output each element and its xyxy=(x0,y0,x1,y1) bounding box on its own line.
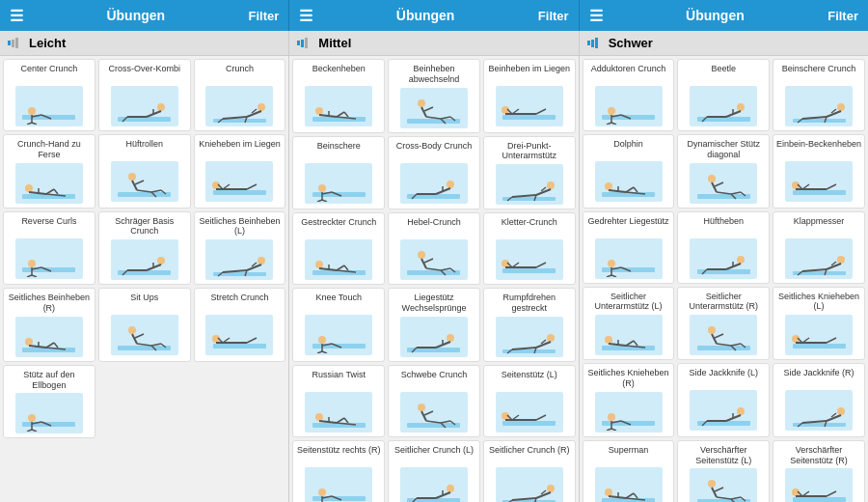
exercise-card[interactable]: Seitlicher Unterarmstütz (L) xyxy=(583,287,675,361)
exercise-card[interactable]: Beinheben im Liegen xyxy=(483,59,576,133)
exercise-card[interactable]: Hüftheben xyxy=(677,211,770,284)
exercise-card[interactable]: Seitliches Knieheben (R) xyxy=(583,363,675,437)
exercise-card[interactable]: Kletter-Crunch xyxy=(483,212,576,285)
exercise-image xyxy=(690,86,757,126)
exercise-card[interactable]: Stretch Crunch xyxy=(194,288,286,362)
exercise-image xyxy=(15,86,83,126)
exercise-name: Schwebe Crunch xyxy=(401,370,468,389)
exercise-card[interactable]: Schwebe Crunch xyxy=(388,365,480,437)
exercise-name: Beinheben im Liegen xyxy=(488,64,570,83)
svg-line-275 xyxy=(609,344,626,346)
exercise-card[interactable]: Knee Touch xyxy=(292,288,385,362)
svg-line-65 xyxy=(46,343,54,348)
svg-point-308 xyxy=(837,407,845,415)
svg-line-218 xyxy=(611,123,616,125)
exercise-card[interactable]: Knieheben im Liegen xyxy=(194,134,286,209)
svg-point-179 xyxy=(418,404,425,411)
exercise-card[interactable]: Side Jackknife (R) xyxy=(773,363,865,437)
exercise-card[interactable]: Cross-Body Crunch xyxy=(388,136,480,210)
exercise-card[interactable]: Beetle xyxy=(677,59,770,131)
exercise-name: Crunch-Hand zu Ferse xyxy=(6,139,93,160)
exercise-name: Stütz auf den Ellbogen xyxy=(6,370,93,391)
exercise-name: Gedrehter Liegestütz xyxy=(588,216,669,236)
svg-line-91 xyxy=(319,115,337,117)
exercise-card[interactable]: Hebel-Crunch xyxy=(388,212,480,285)
exercise-card[interactable]: Einbein-Beckenheben xyxy=(773,134,865,209)
level-icon-1 xyxy=(297,39,312,48)
exercise-card[interactable]: Stütz auf den Ellbogen xyxy=(3,365,95,439)
exercise-card[interactable]: Klappmesser xyxy=(773,211,865,284)
svg-point-62 xyxy=(25,338,33,346)
svg-point-254 xyxy=(608,260,615,267)
exercise-card[interactable]: Seitlicher Crunch (R) xyxy=(483,440,576,502)
menu-icon-1[interactable]: ☰ xyxy=(299,7,312,25)
svg-line-88 xyxy=(32,430,37,432)
exercise-card[interactable]: Beckenheben xyxy=(292,59,385,133)
top-bar-1: ☰ Übungen Filter xyxy=(289,0,579,31)
exercise-card[interactable]: Center Crunch xyxy=(3,59,95,131)
exercise-name: Beinschere xyxy=(317,141,361,160)
exercise-card[interactable]: Dolphin xyxy=(583,134,675,209)
exercise-card[interactable]: Gestreckter Crunch xyxy=(292,212,385,285)
exercise-image xyxy=(690,315,757,355)
svg-point-302 xyxy=(737,407,745,415)
exercise-card[interactable]: Liegestütz Wechselsprünge xyxy=(388,288,480,362)
exercise-card[interactable]: Seitenstütz (L) xyxy=(483,365,576,437)
svg-rect-186 xyxy=(502,421,556,426)
exercise-card[interactable]: Gedrehter Liegestütz xyxy=(583,211,675,284)
exercise-image xyxy=(400,317,468,357)
exercise-card[interactable]: Russian Twist xyxy=(292,365,385,437)
svg-line-241 xyxy=(712,182,717,192)
exercise-card[interactable]: Seitliches Knieheben (L) xyxy=(773,287,865,361)
svg-line-150 xyxy=(536,263,546,267)
exercise-card[interactable]: Superman xyxy=(583,440,675,502)
exercise-card[interactable]: Crunch xyxy=(194,59,286,131)
exercise-card[interactable]: Verschärfter Seitenstütz (R) xyxy=(773,440,865,502)
exercise-card[interactable]: Hüftrollen xyxy=(98,134,191,209)
exercise-card[interactable]: Seitliches Beinheben (R) xyxy=(3,288,95,362)
svg-line-300 xyxy=(611,429,616,431)
menu-icon-0[interactable]: ☰ xyxy=(10,7,23,25)
exercise-card[interactable]: Beinheben abwechselnd xyxy=(388,59,480,133)
exercise-card[interactable]: Cross-Over-Kombi xyxy=(98,59,191,131)
exercise-name: Hebel-Crunch xyxy=(407,217,461,237)
exercise-image xyxy=(400,239,468,280)
exercise-card[interactable]: Dynamischer Stütz diagonal xyxy=(677,134,770,209)
exercise-card[interactable]: Drei-Punkt-Unterarmstütz xyxy=(483,136,576,210)
exercise-card[interactable]: Seitlicher Crunch (L) xyxy=(388,440,480,502)
svg-line-66 xyxy=(54,343,58,348)
exercise-card[interactable]: Sit Ups xyxy=(98,288,191,362)
filter-button-1[interactable]: Filter xyxy=(538,9,569,23)
exercise-card[interactable]: Adduktoren Crunch xyxy=(583,59,675,131)
filter-button-0[interactable]: Filter xyxy=(249,9,280,23)
exercise-card[interactable]: Side Jackknife (L) xyxy=(677,363,770,437)
svg-line-135 xyxy=(344,265,348,270)
svg-line-74 xyxy=(151,344,161,346)
exercise-name: Beckenheben xyxy=(312,64,366,83)
svg-point-322 xyxy=(708,480,716,488)
exercise-image xyxy=(785,86,853,126)
exercise-name: Gestreckter Crunch xyxy=(301,217,376,237)
exercise-name: Seitlicher Crunch (L) xyxy=(394,445,474,464)
svg-line-46 xyxy=(27,275,32,277)
exercise-card[interactable]: Schräger Basis Crunch xyxy=(98,211,191,286)
exercise-card[interactable]: Seitlicher Unterarmstütz (R) xyxy=(677,287,770,361)
exercise-card[interactable]: Seitliches Beinheben (L) xyxy=(194,211,286,286)
exercise-card[interactable]: Beinschere xyxy=(292,136,385,210)
menu-icon-2[interactable]: ☰ xyxy=(589,7,603,25)
svg-line-311 xyxy=(802,421,827,423)
exercise-image xyxy=(111,161,178,202)
svg-point-28 xyxy=(128,173,136,181)
svg-line-22 xyxy=(29,192,46,194)
exercise-card[interactable]: Rumpfdrehen gestreckt xyxy=(483,288,576,362)
columns-wrapper: LeichtCenter Crunch Cross-Over-Kombi Cru… xyxy=(0,31,868,502)
svg-line-252 xyxy=(827,184,836,189)
exercise-card[interactable]: Beinschere Crunch xyxy=(773,59,865,131)
svg-line-6 xyxy=(32,123,37,125)
exercise-image xyxy=(785,161,853,202)
exercise-card[interactable]: Reverse Curls xyxy=(3,211,95,286)
exercise-card[interactable]: Seitenstütz rechts (R) xyxy=(292,440,385,502)
filter-button-2[interactable]: Filter xyxy=(827,9,858,23)
exercise-card[interactable]: Crunch-Hand zu Ferse xyxy=(3,134,95,209)
exercise-card[interactable]: Verschärfter Seitenstütz (L) xyxy=(677,440,770,502)
